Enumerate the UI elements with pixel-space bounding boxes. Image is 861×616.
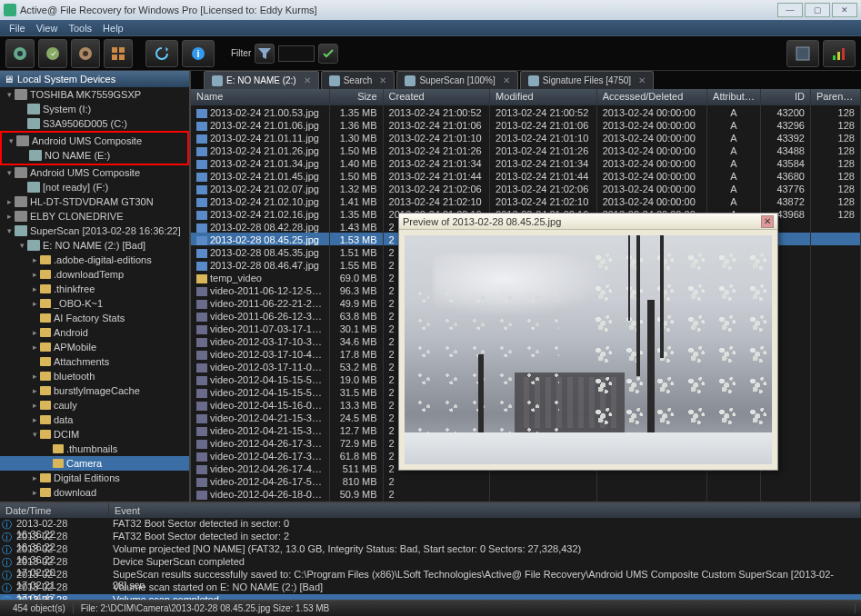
- tree-node[interactable]: ▸Digital Editions: [0, 471, 189, 485]
- log-row[interactable]: ⓘ2013-02-28 16:36:22FAT32 Boot Sector de…: [0, 531, 861, 543]
- filter-button[interactable]: [255, 44, 275, 64]
- tree-twisty-icon[interactable]: ▸: [29, 488, 40, 497]
- preview-close-button[interactable]: ✕: [761, 215, 774, 228]
- log-row[interactable]: ⓘ2013-02-28 17:02:21SupeScan results suc…: [0, 569, 861, 581]
- col-size[interactable]: Size: [330, 89, 384, 105]
- menu-file[interactable]: File: [4, 23, 31, 34]
- log-row[interactable]: ⓘ2013-02-28 17:04:47Volume scan started …: [0, 581, 861, 594]
- tree-twisty-icon[interactable]: ▸: [29, 255, 40, 264]
- col-accessed[interactable]: Accessed/Deleted: [597, 89, 707, 105]
- tree-twisty-icon[interactable]: ▸: [29, 328, 40, 337]
- col-parent-id[interactable]: Parent ID: [811, 89, 861, 105]
- file-row[interactable]: 2013-02-24 21.02.07.jpg1.32 MB2013-02-24…: [191, 182, 861, 194]
- tree-twisty-icon[interactable]: ▸: [29, 415, 40, 424]
- tree-twisty-icon[interactable]: ▸: [29, 372, 40, 381]
- tree-twisty-icon[interactable]: ▸: [29, 270, 40, 279]
- tree-twisty-icon[interactable]: ▸: [4, 212, 15, 221]
- file-row[interactable]: 2013-02-24 21.00.53.jpg1.35 MB2013-02-24…: [191, 105, 861, 118]
- tree-node[interactable]: ▸cauly: [0, 398, 189, 412]
- refresh-button[interactable]: [145, 40, 178, 67]
- menu-tools[interactable]: Tools: [63, 23, 97, 34]
- tree-node[interactable]: ▸data: [0, 412, 189, 427]
- tab-close-icon[interactable]: ✕: [503, 75, 510, 85]
- tree-node[interactable]: ▸.thinkfree: [0, 282, 189, 296]
- tree-twisty-icon[interactable]: ▸: [29, 343, 40, 352]
- log-row[interactable]: ⓘ2013-02-28 16:36:22Volume projected [NO…: [0, 543, 861, 556]
- tree-twisty-icon[interactable]: ▸: [29, 299, 40, 308]
- col-modified[interactable]: Modified: [490, 89, 597, 105]
- tree-node[interactable]: ▾TOSHIBA MK7559GSXP: [0, 87, 189, 102]
- tree-node[interactable]: ▸download: [0, 485, 189, 500]
- log-col-datetime[interactable]: Date/Time: [0, 503, 109, 518]
- tab[interactable]: Search✕: [321, 71, 395, 89]
- tree-twisty-icon[interactable]: ▾: [16, 241, 27, 250]
- tree-node[interactable]: ▾Android UMS Composite: [0, 165, 189, 180]
- file-row[interactable]: 2013-02-24 21.01.06.jpg1.36 MB2013-02-24…: [191, 118, 861, 131]
- tree-node[interactable]: ▾DCIM: [0, 427, 189, 442]
- filter-input[interactable]: [278, 45, 315, 62]
- tree-twisty-icon[interactable]: ▾: [4, 90, 15, 99]
- col-created[interactable]: Created: [384, 89, 491, 105]
- tree-node[interactable]: ▾SuperScan [2013-02-28 16:36:22]: [0, 224, 189, 238]
- tree-node[interactable]: ▸HL-DT-STDVDRAM GT30N: [0, 194, 189, 209]
- col-attributes[interactable]: Attributes: [707, 89, 761, 105]
- tree-twisty-icon[interactable]: ▸: [29, 386, 40, 395]
- tree-twisty-icon[interactable]: ▾: [4, 226, 15, 235]
- tree-node[interactable]: ▸_OBO-K~1: [0, 296, 189, 311]
- log-row[interactable]: ⓘ2013-02-28 17:02:20Device SuperScan com…: [0, 556, 861, 569]
- tree-node[interactable]: NO NAME (E:): [2, 148, 187, 163]
- tab-close-icon[interactable]: ✕: [379, 75, 386, 85]
- grid-header[interactable]: Name Size Created Modified Accessed/Dele…: [191, 89, 861, 105]
- tree-node[interactable]: ▸bluetooth: [0, 369, 189, 383]
- tree-node[interactable]: ▸ELBY CLONEDRIVE: [0, 209, 189, 224]
- hex-view-button[interactable]: [786, 40, 819, 67]
- tree-node[interactable]: AI Factory Stats: [0, 311, 189, 325]
- tree-twisty-icon[interactable]: ▾: [5, 136, 16, 145]
- tree-node[interactable]: ▸APMobile: [0, 340, 189, 354]
- tree-twisty-icon[interactable]: ▸: [29, 284, 40, 293]
- tree-twisty-icon[interactable]: ▾: [4, 168, 15, 177]
- log-row[interactable]: ⓘ2013-02-28 16:36:22FAT32 Boot Sector de…: [0, 518, 861, 531]
- tree-node[interactable]: ▸.adobe-digital-editions: [0, 253, 189, 267]
- maximize-button[interactable]: ▢: [805, 3, 830, 17]
- tab-close-icon[interactable]: ✕: [304, 75, 311, 85]
- minimize-button[interactable]: —: [777, 3, 803, 17]
- tree-node[interactable]: ▸Android: [0, 325, 189, 340]
- organize-button[interactable]: [104, 39, 133, 68]
- tree-twisty-icon[interactable]: ▸: [29, 473, 40, 482]
- tree-node[interactable]: ▾Android UMS Composite: [2, 134, 187, 148]
- file-row[interactable]: video-2012-04-26-18-30-20.mp416.5 MB2: [191, 500, 861, 502]
- log-col-event[interactable]: Event: [109, 503, 861, 518]
- tab[interactable]: Signature Files [4750]✕: [520, 71, 654, 89]
- tree-twisty-icon[interactable]: ▸: [4, 197, 15, 206]
- col-name[interactable]: Name: [191, 89, 330, 105]
- preview-window[interactable]: Preview of 2013-02-28 08.45.25.jpg ✕: [398, 213, 778, 471]
- tree-node[interactable]: S3A9506D005 (C:): [0, 116, 189, 131]
- tree-node[interactable]: System (I:): [0, 102, 189, 116]
- tab[interactable]: E: NO NAME (2:)✕: [204, 71, 319, 89]
- tree-node[interactable]: ▸.downloadTemp: [0, 267, 189, 282]
- tree-node[interactable]: ▾E: NO NAME (2:) [Bad]: [0, 238, 189, 253]
- filter-apply-button[interactable]: [318, 44, 338, 64]
- menu-help[interactable]: Help: [97, 23, 129, 34]
- col-id[interactable]: ID: [761, 89, 811, 105]
- file-row[interactable]: 2013-02-24 21.01.26.jpg1.50 MB2013-02-24…: [191, 144, 861, 156]
- file-row[interactable]: video-2012-04-26-18-09-55.mp450.9 MB2: [191, 487, 861, 500]
- file-row[interactable]: 2013-02-24 21.02.10.jpg1.41 MB2013-02-24…: [191, 194, 861, 207]
- tree-node[interactable]: [not ready] (F:): [0, 180, 189, 194]
- tab-close-icon[interactable]: ✕: [638, 75, 646, 85]
- tree-node[interactable]: Attachments: [0, 354, 189, 369]
- tab[interactable]: SuperScan [100%]✕: [396, 71, 517, 89]
- file-row[interactable]: 2013-02-24 21.01.11.jpg1.30 MB2013-02-24…: [191, 131, 861, 144]
- log-header[interactable]: Date/Time Event: [0, 503, 861, 518]
- scan-button[interactable]: [38, 39, 67, 68]
- device-tree[interactable]: ▾TOSHIBA MK7559GSXPSystem (I:)S3A9506D00…: [0, 87, 189, 502]
- tree-node[interactable]: Camera: [0, 456, 189, 471]
- tree-node[interactable]: .thumbnails: [0, 442, 189, 456]
- activity-button[interactable]: [823, 40, 856, 67]
- tree-twisty-icon[interactable]: ▾: [29, 430, 40, 439]
- info-button[interactable]: i: [182, 40, 215, 67]
- close-button[interactable]: ✕: [832, 3, 857, 17]
- recover-button[interactable]: [5, 39, 35, 68]
- superscan-button[interactable]: [71, 39, 100, 68]
